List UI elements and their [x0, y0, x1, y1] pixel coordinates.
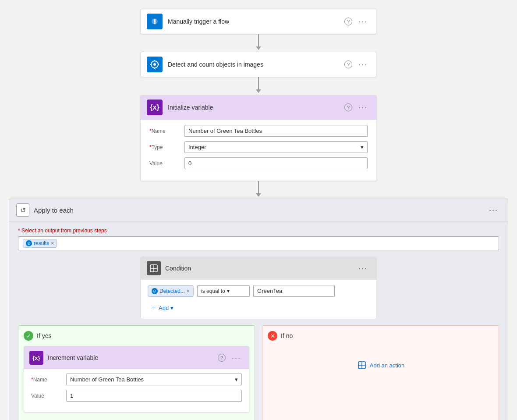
increment-value-input[interactable]	[66, 390, 242, 402]
init-variable-header: {x} Initialize variable ? ···	[141, 95, 376, 120]
apply-each-container: ↺ Apply to each ··· * Select an output f…	[9, 199, 508, 420]
if-no-icon: ✕	[268, 331, 277, 341]
increment-header: {x} Increment variable ? ···	[24, 346, 249, 369]
type-label: *Type	[149, 144, 184, 150]
increment-actions: ? ···	[218, 352, 244, 363]
apply-each-title: Apply to each	[34, 206, 486, 214]
condition-row: ⊙ Detected... × is equal to ▾	[148, 285, 369, 297]
if-yes-header: ✓ If yes	[24, 331, 249, 341]
if-yes-icon: ✓	[24, 331, 33, 341]
increment-name-row: *Name Number of Green Tea Bottles ▾	[31, 374, 242, 385]
value-label: Value	[149, 160, 184, 167]
svg-rect-1	[154, 19, 156, 23]
init-variable-title: Initialize variable	[168, 104, 344, 111]
apply-each-menu-icon[interactable]: ···	[486, 205, 501, 216]
if-no-header: ✕ If no	[268, 331, 493, 341]
condition-container: Condition ··· ⊙ Detected... × is equal t…	[18, 256, 499, 420]
init-variable-actions: ? ···	[344, 102, 370, 113]
value-input[interactable]	[184, 157, 368, 169]
apply-each-icon: ↺	[16, 203, 29, 217]
type-row: *Type Integer ▾	[149, 141, 368, 153]
increment-value-label: Value	[31, 393, 66, 399]
svg-rect-2	[154, 23, 156, 24]
if-no-label: If no	[281, 332, 293, 339]
if-yes-branch: ✓ If yes {x} Increment variable	[18, 325, 255, 420]
if-yes-label: If yes	[37, 332, 51, 339]
if-no-branch: ✕ If no	[262, 325, 499, 420]
svg-point-4	[153, 63, 156, 66]
apply-each-body: * Select an output from previous steps ⊙…	[9, 221, 508, 420]
trigger-icon	[147, 14, 163, 29]
condition-value-input[interactable]	[253, 285, 335, 297]
increment-help-icon[interactable]: ?	[218, 354, 226, 362]
if-no-add-action-container: Add an action	[268, 346, 493, 381]
results-tag[interactable]: ⊙ results ×	[23, 239, 57, 248]
add-action-no-button[interactable]: Add an action	[354, 357, 407, 373]
init-variable-body: *Name *Type Integer ▾ Value	[141, 120, 376, 181]
detect-help-icon[interactable]: ?	[344, 61, 352, 68]
init-variable-help-icon[interactable]: ?	[344, 103, 352, 111]
detected-chip-icon: ⊙	[152, 288, 158, 294]
name-label: *Name	[149, 128, 184, 134]
increment-icon: {x}	[29, 351, 43, 365]
trigger-help-icon[interactable]: ?	[344, 18, 352, 25]
detect-title: Detect and count objects in images	[168, 61, 344, 68]
add-action-no-label: Add an action	[370, 362, 405, 369]
init-variable-card: {x} Initialize variable ? ··· *Name *Typ…	[140, 95, 377, 181]
condition-header: Condition ···	[141, 257, 376, 280]
condition-menu-icon[interactable]: ···	[356, 263, 370, 274]
init-variable-icon: {x}	[147, 100, 163, 115]
arrow-3	[256, 181, 261, 199]
value-row: Value	[149, 157, 368, 169]
increment-menu-icon[interactable]: ···	[229, 352, 244, 363]
branches-container: ✓ If yes {x} Increment variable	[18, 325, 499, 420]
increment-name-select[interactable]: Number of Green Tea Bottles ▾	[66, 374, 242, 385]
init-variable-menu-icon[interactable]: ···	[356, 102, 370, 113]
condition-operator[interactable]: is equal to ▾	[197, 285, 250, 297]
output-select-box[interactable]: ⊙ results ×	[18, 236, 499, 250]
trigger-title: Manually trigger a flow	[168, 18, 344, 25]
detected-tag[interactable]: ⊙ Detected... ×	[148, 285, 194, 297]
type-select[interactable]: Integer ▾	[184, 141, 368, 153]
detect-actions: ? ···	[344, 59, 370, 70]
output-select-label: * Select an output from previous steps	[18, 228, 499, 234]
add-action-yes-button[interactable]: Add an action	[24, 418, 249, 420]
detected-tag-label: Detected...	[159, 288, 185, 294]
apply-each-header: ↺ Apply to each ···	[9, 199, 508, 221]
name-row: *Name	[149, 125, 368, 137]
detect-icon	[147, 57, 163, 72]
arrow-2	[256, 77, 261, 95]
results-tag-close[interactable]: ×	[51, 240, 54, 246]
detected-tag-close[interactable]: ×	[187, 288, 190, 294]
detect-menu-icon[interactable]: ···	[356, 59, 370, 70]
increment-body: *Name Number of Green Tea Bottles ▾ Valu…	[24, 369, 249, 412]
arrow-1	[256, 34, 261, 52]
increment-name-label: *Name	[31, 377, 66, 383]
condition-card: Condition ··· ⊙ Detected... × is equal t…	[140, 256, 377, 319]
trigger-actions: ? ···	[344, 16, 370, 27]
condition-body: ⊙ Detected... × is equal to ▾ ＋	[141, 280, 376, 319]
increment-value-row: Value	[31, 390, 242, 402]
add-condition-button[interactable]: ＋ Add ▾	[148, 302, 177, 313]
condition-icon	[147, 261, 161, 275]
increment-title: Increment variable	[48, 354, 218, 361]
detect-card: Detect and count objects in images ? ···	[140, 52, 377, 77]
trigger-card: Manually trigger a flow ? ···	[140, 9, 377, 34]
name-input[interactable]	[184, 125, 368, 137]
increment-variable-card: {x} Increment variable ? ···	[24, 346, 249, 413]
condition-title: Condition	[165, 265, 356, 272]
results-tag-label: results	[34, 240, 49, 246]
trigger-menu-icon[interactable]: ···	[356, 16, 370, 27]
results-chip-icon: ⊙	[26, 240, 32, 246]
add-action-no-icon	[357, 360, 367, 370]
